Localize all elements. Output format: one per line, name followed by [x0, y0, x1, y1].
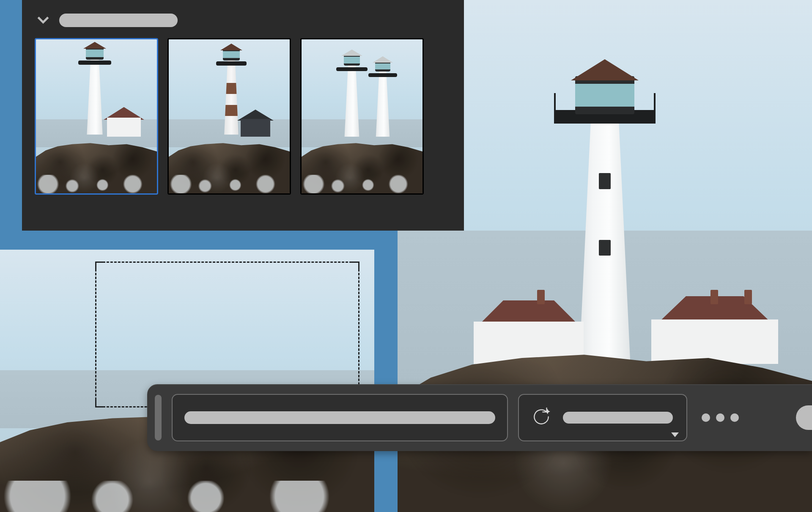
variations-panel [22, 0, 464, 231]
variation-thumb-3[interactable] [300, 38, 424, 195]
chevron-down-icon[interactable] [35, 11, 52, 30]
prompt-placeholder [184, 411, 495, 424]
variation-thumb-2[interactable] [167, 38, 291, 195]
editing-canvas[interactable] [0, 250, 374, 512]
taskbar-overflow[interactable] [796, 405, 812, 430]
chevron-down-icon[interactable] [671, 432, 679, 437]
prompt-input[interactable] [172, 394, 508, 441]
generate-label [563, 412, 673, 424]
contextual-taskbar [147, 384, 812, 451]
variations-title [59, 14, 178, 27]
variation-thumb-1[interactable] [35, 38, 158, 195]
generate-button[interactable] [518, 394, 687, 441]
more-options-button[interactable] [697, 413, 743, 422]
regenerate-sparkle-icon [531, 406, 552, 429]
taskbar-drag-handle[interactable] [155, 395, 162, 440]
